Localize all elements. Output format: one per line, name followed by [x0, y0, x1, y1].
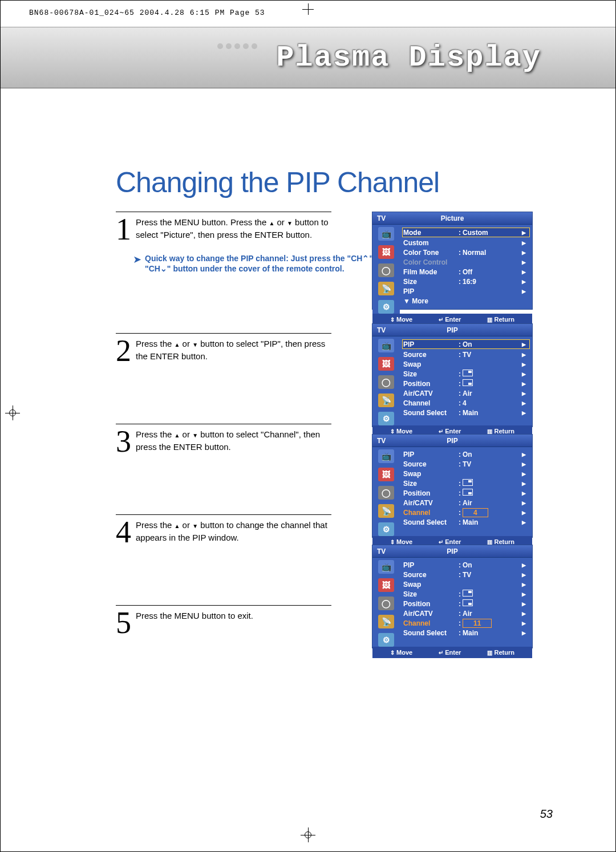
step-text: Press the MENU button. Press the or butt…: [136, 216, 331, 241]
position-icon: [463, 599, 473, 606]
enter-icon: ↵: [439, 650, 443, 656]
caret-right-icon: ▶: [522, 400, 529, 406]
position-icon: [463, 489, 473, 496]
osd-title: PIP: [400, 547, 505, 555]
osd-row: Source:TV▶: [403, 350, 529, 359]
move-icon: ⇕: [390, 650, 395, 656]
osd-row: Position:▶: [403, 488, 529, 498]
osd-colon: :: [457, 351, 463, 359]
sidebar-icon-setup: ⚙: [378, 633, 394, 647]
osd-row: Air/CATV:Air▶: [403, 498, 529, 508]
caret-right-icon: ▶: [522, 371, 529, 377]
osd-row-label: Film Mode: [403, 268, 457, 276]
caret-right-icon: ▶: [522, 500, 529, 506]
osd-colon: :: [457, 390, 463, 397]
sidebar-icon-setup: ⚙: [378, 300, 394, 314]
step-number: 5: [116, 609, 131, 636]
up-arrow-icon: [269, 217, 274, 227]
sidebar-icon-input: 📺: [378, 560, 394, 574]
move-icon: ⇕: [390, 317, 395, 323]
osd-row: Size:▶: [403, 478, 529, 488]
size-icon: [463, 370, 473, 376]
osd-row: Source:TV▶: [403, 570, 529, 579]
caret-right-icon: ▶: [522, 490, 529, 496]
sidebar-icon-sound: ◯: [378, 263, 394, 277]
osd-colon: :: [457, 229, 463, 237]
osd-row-label: Color Control: [403, 258, 457, 266]
return-icon: ▥: [487, 317, 492, 323]
page-number: 53: [540, 808, 553, 821]
osd-row-value: [463, 590, 522, 598]
osd-row: PIP:On▶: [403, 560, 529, 570]
caret-right-icon: ▶: [522, 410, 529, 416]
osd-title: Picture: [400, 214, 505, 222]
osd-row-value: On: [463, 561, 522, 569]
osd-row-label: Swap: [403, 470, 457, 478]
sidebar-icon-input: 📺: [378, 449, 394, 463]
osd-row-value: Main: [463, 518, 522, 526]
down-arrow-icon: [192, 339, 198, 348]
osd-source-label: TV: [372, 214, 400, 222]
osd-colon: :: [457, 610, 463, 618]
size-icon: [463, 590, 473, 597]
osd-row: Swap▶: [403, 469, 529, 478]
osd-pip-channel-menu: TVPIP 📺🖼◯📡⚙ PIP:On▶Source:TV▶Swap▶Size:▶…: [372, 434, 533, 538]
osd-row-value: Normal: [463, 249, 522, 257]
enter-icon: ↵: [439, 539, 443, 545]
osd-row-label: Custom: [403, 239, 457, 247]
step-text: Press the or button to select "Channel",…: [136, 428, 331, 453]
down-arrow-icon: [192, 520, 198, 530]
osd-colon: :: [457, 600, 463, 608]
osd-row-label: Size: [403, 480, 457, 488]
up-arrow-icon: [175, 429, 180, 439]
osd-row-value: Air: [463, 390, 522, 397]
return-icon: ▥: [487, 539, 492, 545]
osd-row-label: Source: [403, 571, 457, 579]
caret-right-icon: ▶: [522, 362, 529, 367]
print-header: BN68-00678A-01_024~65 2004.4.28 6:15 PM …: [29, 9, 265, 17]
osd-row-value: Off: [463, 268, 522, 276]
osd-colon: :: [457, 460, 463, 468]
osd-sidebar: 📺 🖼 ◯ 📡 ⚙: [372, 225, 400, 314]
osd-row-value: [463, 379, 522, 388]
osd-row: Channel:11▶: [403, 618, 529, 628]
osd-row-label: PIP: [403, 287, 457, 295]
osd-rows: PIP:On▶Source:TV▶Swap▶Size:▶Position:▶Ai…: [400, 558, 532, 647]
osd-picture-menu: TV Picture 📺 🖼 ◯ 📡 ⚙ Mode:Custom▶Custom▶…: [372, 212, 533, 310]
osd-colon: :: [457, 629, 463, 637]
return-icon: ▥: [487, 650, 492, 656]
osd-row-label: Sound Select: [403, 409, 457, 417]
caret-right-icon: ▶: [522, 391, 529, 396]
up-arrow-icon: [175, 339, 180, 348]
osd-row: Color Tone:Normal▶: [403, 248, 529, 257]
osd-colon: :: [457, 249, 463, 257]
osd-colon: :: [457, 340, 463, 348]
osd-row: PIP:On▶: [403, 449, 529, 459]
sidebar-icon-picture: 🖼: [378, 468, 394, 481]
caret-right-icon: ▶: [522, 352, 529, 358]
caret-right-icon: ▶: [522, 611, 529, 616]
osd-row-value: [463, 479, 522, 488]
sidebar-icon-setup: ⚙: [378, 412, 394, 425]
osd-row-value: TV: [463, 460, 522, 468]
caret-right-icon: ▶: [522, 520, 529, 525]
osd-colon: :: [457, 480, 463, 488]
osd-row-label: Air/CATV: [403, 610, 457, 618]
caret-right-icon: ▶: [522, 259, 529, 265]
osd-colon: :: [457, 451, 463, 459]
osd-row: Size:▶: [403, 589, 529, 599]
osd-colon: :: [457, 489, 463, 497]
osd-row-value: Air: [463, 610, 522, 618]
osd-row: ▼ More: [403, 296, 529, 306]
osd-colon: :: [457, 399, 463, 407]
banner-decoration: [217, 33, 331, 79]
osd-row-value: TV: [463, 571, 522, 579]
osd-rows: PIP:On▶Source:TV▶Swap▶Size:▶Position:▶Ai…: [400, 447, 532, 536]
osd-source-label: TV: [372, 547, 400, 555]
osd-row: Custom▶: [403, 238, 529, 248]
sidebar-icon-channel: 📡: [378, 282, 394, 295]
osd-row: Air/CATV:Air▶: [403, 608, 529, 618]
osd-row-label: Channel: [403, 509, 457, 517]
tip-arrow-icon: ➤: [133, 253, 141, 266]
sidebar-icon-picture: 🖼: [378, 578, 394, 592]
